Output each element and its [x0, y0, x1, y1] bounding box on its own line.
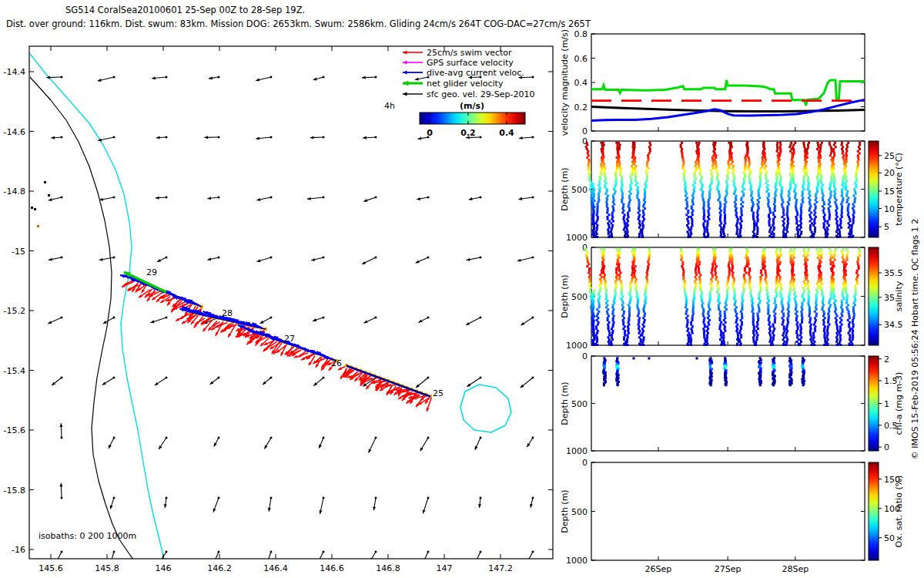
profile-dot	[842, 283, 845, 285]
profile-dot	[631, 171, 634, 173]
profile-dot	[707, 216, 709, 218]
profile-dot	[746, 252, 748, 254]
profile-dot	[691, 212, 693, 214]
profile-dot	[777, 161, 779, 163]
profile-dot	[795, 222, 798, 224]
profile-dot	[617, 150, 619, 153]
profile-dot	[843, 287, 845, 289]
profile-dot	[832, 274, 834, 276]
profile-dot	[736, 317, 738, 319]
profile-dot	[623, 216, 625, 218]
profile-dot	[795, 330, 798, 332]
profile-dot	[780, 195, 782, 197]
profile-dot	[746, 150, 748, 153]
profile-dot	[634, 159, 636, 161]
profile-dot	[735, 233, 738, 235]
profile-dot	[756, 233, 758, 235]
profile-dot	[728, 272, 731, 274]
profile-dot	[605, 306, 608, 308]
profile-dot	[853, 188, 855, 190]
profile-dot	[694, 276, 696, 278]
profile-dot	[708, 205, 710, 207]
profile-dot	[715, 257, 717, 259]
profile-dot	[727, 281, 729, 283]
profile-dot	[786, 224, 788, 227]
profile-dot	[605, 201, 608, 203]
profile-dot	[684, 289, 686, 291]
profile-dot	[623, 313, 625, 315]
profile-dot	[756, 321, 758, 324]
profile-dot	[831, 276, 833, 278]
profile-dot	[591, 195, 593, 197]
profile-dot	[646, 173, 648, 176]
profile-dot	[729, 252, 732, 254]
profile-dot	[698, 153, 700, 155]
profile-dot	[826, 330, 829, 332]
profile-dot	[839, 334, 842, 337]
profile-dot	[621, 293, 623, 295]
profile-dot	[697, 265, 699, 267]
profile-dot	[796, 341, 798, 343]
profile-dot	[789, 182, 792, 184]
profile-dot	[758, 187, 761, 189]
profile-dot	[614, 293, 617, 295]
profile-dot	[702, 314, 705, 317]
profile-dot	[759, 182, 762, 184]
arrow-head	[526, 561, 529, 565]
profile-dot	[757, 205, 759, 207]
profile-dot	[751, 304, 753, 306]
profile-dot	[644, 314, 646, 317]
profile-dot	[616, 274, 618, 276]
colorbar-tick-label: 34.5	[884, 320, 903, 330]
profile-dot	[768, 195, 770, 197]
profile-dot	[593, 290, 595, 292]
profile-dot	[748, 163, 751, 165]
profile-dot	[769, 229, 772, 231]
profile-dot	[695, 161, 697, 163]
profile-dot	[858, 159, 860, 161]
profile-dot	[646, 274, 648, 276]
profile-dot	[786, 212, 788, 214]
profile-dot	[711, 281, 713, 283]
profile-dot	[725, 182, 728, 184]
profile-dot	[791, 263, 793, 265]
profile-dot	[786, 213, 788, 216]
profile-dot	[823, 227, 825, 229]
profile-dot	[791, 163, 793, 165]
profile-dot	[851, 344, 853, 346]
profile-dot	[820, 248, 822, 250]
profile-dot	[592, 313, 594, 315]
profile-dot	[707, 201, 709, 203]
profile-dot	[765, 274, 767, 276]
profile-dot	[641, 328, 644, 330]
profile-dot	[632, 263, 634, 265]
profile-dot	[620, 281, 622, 283]
profile-dot	[607, 207, 609, 210]
profile-dot	[835, 317, 837, 319]
profile-dot	[805, 257, 807, 259]
profile-dot	[779, 180, 782, 182]
profile-dot	[644, 201, 646, 203]
profile-dot	[714, 261, 716, 264]
profile-dot	[796, 311, 798, 313]
profile-dot	[648, 146, 651, 148]
profile-dot	[627, 224, 629, 227]
profile-dot	[608, 341, 610, 343]
profile-dot	[822, 311, 825, 313]
profile-dot	[752, 218, 755, 220]
profile-dot	[724, 330, 726, 332]
profile-dot	[704, 229, 706, 231]
arrow-head	[467, 258, 470, 261]
profile-dot	[606, 205, 608, 207]
profile-dot	[803, 188, 805, 190]
profile-dot	[800, 311, 802, 313]
profile-dot	[783, 336, 785, 338]
profile-dot	[614, 281, 617, 283]
profile-dot	[745, 281, 747, 283]
profile-dot	[742, 295, 744, 297]
profile-dot	[726, 297, 728, 300]
profile-dot	[624, 330, 626, 332]
profile-dot	[846, 252, 849, 254]
profile-dot	[627, 212, 629, 214]
profile-dot	[803, 176, 805, 178]
